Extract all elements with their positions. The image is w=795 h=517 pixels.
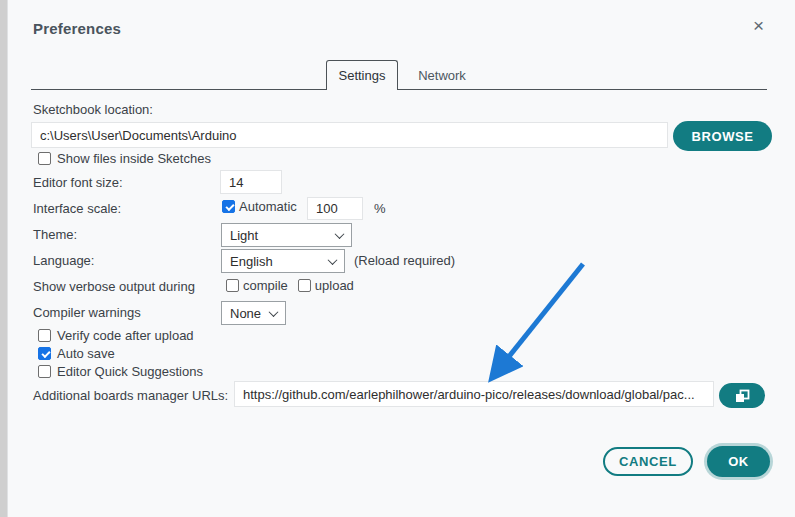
copy-window-icon [734,389,750,403]
interface-scale-label: Interface scale: [33,201,121,216]
verify-code-label[interactable]: Verify code after upload [57,328,194,343]
close-icon[interactable]: × [753,16,764,35]
preferences-dialog: Preferences × Settings Network Sketchboo… [7,0,795,517]
tab-network[interactable]: Network [406,60,478,90]
auto-save-label[interactable]: Auto save [57,346,115,361]
compiler-warnings-select[interactable]: None [221,301,286,325]
chevron-down-icon [335,229,345,239]
upload-checkbox[interactable] [298,279,311,292]
compiler-warnings-label: Compiler warnings [33,305,141,320]
quick-suggestions-checkbox[interactable] [38,365,51,378]
compile-checkbox[interactable] [226,279,239,292]
chevron-down-icon [269,307,279,317]
preferences-screen: Preferences × Settings Network Sketchboo… [0,0,795,517]
sketchbook-location-input[interactable] [31,122,668,148]
page-title: Preferences [33,20,121,37]
tab-divider [31,89,767,90]
automatic-label[interactable]: Automatic [239,199,297,214]
verbose-output-label: Show verbose output during [33,279,195,294]
annotation-arrow [473,250,598,385]
open-urls-window-button[interactable] [719,383,765,408]
editor-font-size-label: Editor font size: [33,175,123,190]
language-select-value: English [230,254,273,269]
show-files-label[interactable]: Show files inside Sketches [57,151,211,166]
auto-save-checkbox[interactable] [38,347,51,360]
theme-select-value: Light [230,228,258,243]
interface-scale-input[interactable] [307,197,363,220]
show-files-checkbox[interactable] [38,152,51,165]
automatic-checkbox[interactable] [222,200,235,213]
cancel-button[interactable]: CANCEL [603,447,693,476]
boards-urls-label: Additional boards manager URLs: [33,388,228,403]
theme-select[interactable]: Light [221,223,352,247]
verify-code-checkbox[interactable] [38,329,51,342]
sketchbook-location-label: Sketchbook location: [33,102,153,117]
chevron-down-icon [328,255,338,265]
language-label: Language: [33,253,94,268]
reload-required-note: (Reload required) [354,253,455,268]
upload-label[interactable]: upload [315,278,354,293]
percent-sign: % [374,201,386,216]
tab-settings[interactable]: Settings [326,60,398,90]
editor-font-size-input[interactable] [220,170,282,194]
ok-button[interactable]: OK [707,446,770,477]
quick-suggestions-label[interactable]: Editor Quick Suggestions [57,364,203,379]
compiler-warnings-value: None [230,306,261,321]
theme-label: Theme: [33,227,77,242]
browse-button[interactable]: BROWSE [673,121,772,151]
compile-label[interactable]: compile [243,278,288,293]
language-select[interactable]: English [221,249,345,273]
